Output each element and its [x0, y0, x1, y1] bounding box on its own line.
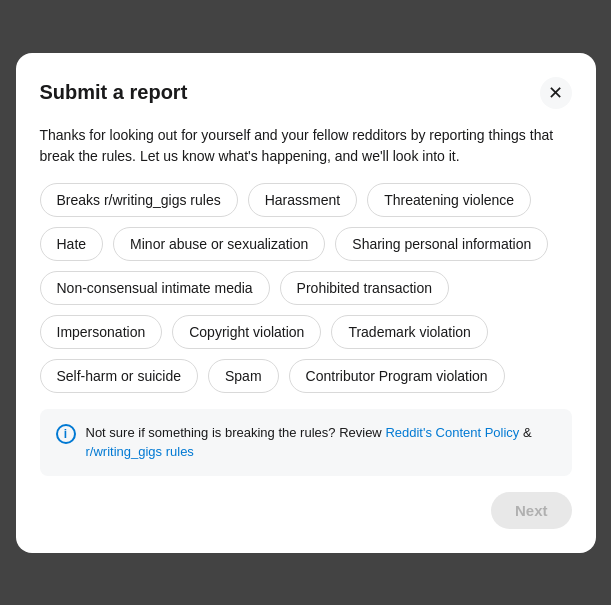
- modal-footer: Next: [40, 492, 572, 529]
- info-text-between: &: [519, 425, 531, 440]
- info-icon: i: [56, 424, 76, 444]
- modal-overlay: Submit a report ✕ Thanks for looking out…: [0, 0, 611, 605]
- close-button[interactable]: ✕: [540, 77, 572, 109]
- next-button[interactable]: Next: [491, 492, 572, 529]
- report-option[interactable]: Contributor Program violation: [289, 359, 505, 393]
- close-icon: ✕: [548, 82, 563, 104]
- report-option[interactable]: Breaks r/writing_gigs rules: [40, 183, 238, 217]
- report-option[interactable]: Harassment: [248, 183, 357, 217]
- subreddit-rules-link[interactable]: r/writing_gigs rules: [86, 444, 194, 459]
- report-option[interactable]: Threatening violence: [367, 183, 531, 217]
- report-option[interactable]: Spam: [208, 359, 279, 393]
- report-modal: Submit a report ✕ Thanks for looking out…: [16, 53, 596, 553]
- report-option[interactable]: Sharing personal information: [335, 227, 548, 261]
- modal-description: Thanks for looking out for yourself and …: [40, 125, 572, 167]
- report-option[interactable]: Minor abuse or sexualization: [113, 227, 325, 261]
- report-option[interactable]: Impersonation: [40, 315, 163, 349]
- report-option[interactable]: Non-consensual intimate media: [40, 271, 270, 305]
- report-option[interactable]: Trademark violation: [331, 315, 487, 349]
- report-option[interactable]: Copyright violation: [172, 315, 321, 349]
- modal-header: Submit a report ✕: [40, 77, 572, 109]
- report-option[interactable]: Self-harm or suicide: [40, 359, 199, 393]
- report-option[interactable]: Hate: [40, 227, 104, 261]
- options-grid: Breaks r/writing_gigs rulesHarassmentThr…: [40, 183, 572, 393]
- info-text-before-link1: Not sure if something is breaking the ru…: [86, 425, 386, 440]
- info-text: Not sure if something is breaking the ru…: [86, 423, 532, 462]
- content-policy-link[interactable]: Reddit's Content Policy: [385, 425, 519, 440]
- report-option[interactable]: Prohibited transaction: [280, 271, 449, 305]
- modal-title: Submit a report: [40, 81, 188, 104]
- info-box: i Not sure if something is breaking the …: [40, 409, 572, 476]
